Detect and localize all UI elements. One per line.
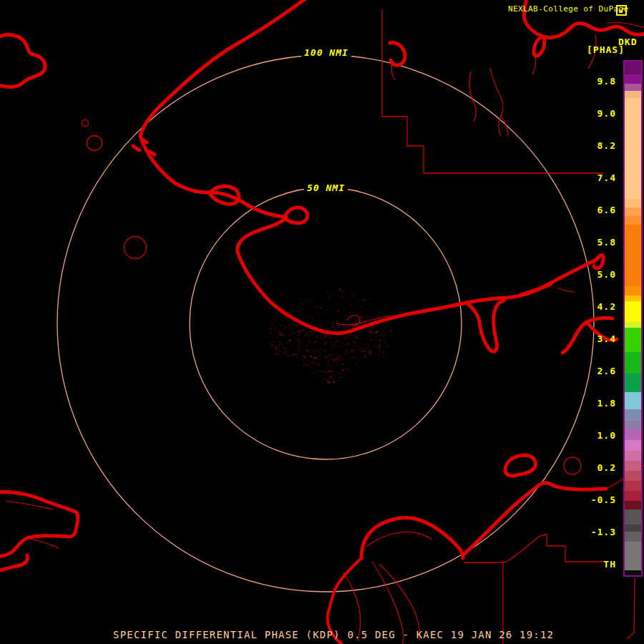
radar-viewer: { "header": { "site_title": "NEXLAB-Coll… <box>0 0 644 644</box>
lake-circle-right <box>564 457 581 474</box>
colorbar-segment <box>625 328 641 352</box>
lake-circle-left <box>125 237 147 259</box>
units-label: [PHAS] <box>587 44 625 55</box>
colorbar-segment <box>625 225 641 286</box>
coast-blob-arm <box>534 37 545 56</box>
colorbar <box>623 60 643 577</box>
coastline-paths <box>0 0 644 644</box>
colorbar-segment <box>625 199 641 208</box>
range-ring-label-100nmi: 100 NMI <box>301 47 351 58</box>
colorbar-segment <box>625 74 641 84</box>
bay-dome <box>361 518 463 558</box>
range-ring-50nmi <box>190 187 462 459</box>
colorbar-segment <box>625 216 641 225</box>
colorbar-segment <box>625 451 641 461</box>
colorbar-segment <box>625 481 641 491</box>
colorbar-segment <box>625 440 641 451</box>
coastline-main <box>140 0 597 333</box>
colorbar-segment <box>625 532 641 542</box>
colorbar-segment <box>625 429 641 440</box>
colorbar-segment <box>625 91 641 98</box>
coastline-inlet <box>467 301 504 351</box>
colorbar-segment <box>625 491 641 501</box>
inlet-top-center <box>390 42 405 65</box>
colorbar-segment <box>625 501 641 509</box>
boundary-right-edge <box>627 578 635 639</box>
colorbar-segment <box>625 322 641 328</box>
coastline-bump <box>285 208 308 223</box>
colorbar-segment <box>625 461 641 471</box>
colorbar-segment <box>625 471 641 481</box>
colorbar-segment <box>625 509 641 525</box>
colorbar-segment <box>625 352 641 374</box>
radar-echoes <box>269 289 394 384</box>
islet-3 <box>150 152 155 155</box>
islet-2 <box>133 146 140 150</box>
nexlab-logo-icon[interactable] <box>615 4 628 16</box>
peninsula-bottom-left-2 <box>0 555 28 571</box>
lake-circle-left-top <box>87 136 102 151</box>
colorbar-segment <box>625 296 641 301</box>
colorbar-segment <box>625 84 641 91</box>
river-delta-branch <box>587 322 617 340</box>
product-title: SPECIFIC DIFFERENTIAL PHASE (KDP) 0.5 DE… <box>113 629 554 640</box>
boundary-step-top <box>382 9 603 173</box>
colorbar-segment <box>625 301 641 322</box>
coastline-hook-ne <box>594 255 603 268</box>
colorbar-segment <box>625 421 641 429</box>
colorbar-segment <box>625 570 641 575</box>
coast-dome-to-east <box>463 483 606 555</box>
colorbar-segment <box>625 98 641 199</box>
colorbar-segment <box>625 542 641 570</box>
colorbar-segment <box>625 392 641 409</box>
river-northeast <box>521 284 551 295</box>
colorbar-segment <box>625 286 641 296</box>
island-top-left <box>0 35 45 87</box>
colorbar-segment <box>625 208 641 216</box>
colorbar-segment <box>625 62 641 74</box>
range-ring-label-50nmi: 50 NMI <box>304 182 348 193</box>
site-title[interactable]: NEXLAB-College of DuPage <box>508 4 629 14</box>
colorbar-segment <box>625 409 641 421</box>
range-ring-100nmi <box>57 55 594 592</box>
colorbar-segment <box>625 374 641 392</box>
radar-map <box>0 0 644 644</box>
colorbar-swatches <box>625 62 641 575</box>
lake-circle-small <box>82 120 89 127</box>
lake-blob-right <box>505 455 535 476</box>
colorbar-segment <box>625 525 641 532</box>
